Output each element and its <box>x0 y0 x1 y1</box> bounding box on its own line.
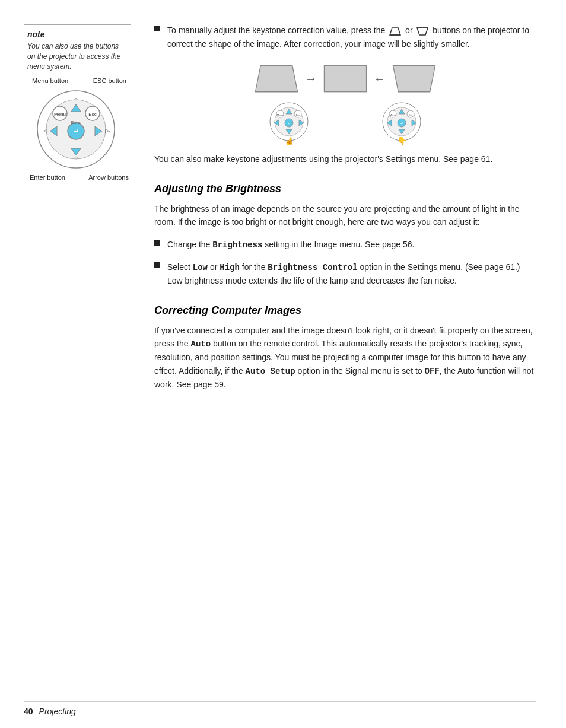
arrow-buttons-label: Arrow buttons <box>88 174 129 181</box>
section-computer-heading: Correcting Computer Images <box>154 304 536 317</box>
projector-diagram: Menu button ESC button Menu Esc <box>27 77 131 181</box>
svg-text:Menu: Menu <box>390 113 396 116</box>
svg-text:◁: ◁ <box>43 128 47 133</box>
bullet-brightness-text-1: Change the Brightness setting in the Ima… <box>167 238 414 252</box>
section-brightness-heading: Adjusting the Brightness <box>154 183 536 195</box>
svg-text:Menu: Menu <box>277 113 283 116</box>
svg-marker-24 <box>393 65 435 91</box>
section-brightness-intro: The brightness of an image depends on th… <box>154 202 536 229</box>
trapezoid-before <box>253 62 300 95</box>
bullet-keystone: To manually adjust the keystone correcti… <box>154 24 536 50</box>
diagram-labels-top: Menu button ESC button <box>27 77 131 84</box>
projector-buttons-svg: Menu Esc ↵ Enter <box>27 87 125 170</box>
svg-rect-23 <box>324 65 366 91</box>
trapezoid-after <box>390 62 438 95</box>
bullet-brightness-1: Change the Brightness setting in the Ima… <box>154 238 536 252</box>
enter-button-label: Enter button <box>30 174 65 181</box>
svg-text:Esc: Esc <box>88 112 96 117</box>
keystone-icon-2 <box>416 25 429 37</box>
arrow-left-icon: ← <box>374 72 386 85</box>
note-title: note <box>27 30 127 39</box>
svg-text:): ) <box>109 129 110 133</box>
keystone-caption: You can also make keystone adjustments u… <box>154 152 536 166</box>
mini-diagrams: Menu Esc ↵ ☝ Menu Esc <box>154 101 536 145</box>
esc-button-label: ESC button <box>93 77 126 84</box>
bullet-brightness-2: Select Low or High for the Brightness Co… <box>154 260 536 288</box>
svg-text:Esc: Esc <box>409 113 413 116</box>
section-computer-para: If you've connected a computer and the i… <box>154 324 536 392</box>
keystone-icon-1 <box>389 25 402 37</box>
mini-diagram-left: Menu Esc ↵ ☝ <box>262 101 316 145</box>
footer-section: Projecting <box>39 707 76 716</box>
svg-text:⌣: ⌣ <box>75 155 78 160</box>
footer-page-number: 40 <box>24 707 33 716</box>
arrow-right-icon: → <box>305 72 317 85</box>
svg-text:☝: ☝ <box>284 136 295 145</box>
bullet-brightness-text-2: Select Low or High for the Brightness Co… <box>167 260 536 288</box>
svg-text:Menu: Menu <box>54 112 66 117</box>
keystone-diagram: → ← <box>154 62 536 95</box>
bullet-icon-3 <box>154 262 160 268</box>
diagram-labels-bottom: Enter button Arrow buttons <box>27 174 131 181</box>
svg-text:Esc: Esc <box>296 113 300 116</box>
main-content: To manually adjust the keystone correcti… <box>142 24 536 400</box>
mini-diagram-right: Menu Esc ↵ 👇 <box>375 101 428 145</box>
sidebar: note You can also use the buttons on the… <box>24 24 142 400</box>
svg-text:Enter: Enter <box>71 120 81 125</box>
note-box: note You can also use the buttons on the… <box>24 24 131 187</box>
svg-text:👇: 👇 <box>397 136 408 145</box>
svg-marker-20 <box>417 28 428 35</box>
bullet-icon <box>154 26 160 31</box>
svg-text:⌒: ⌒ <box>74 98 78 104</box>
bullet-keystone-text: To manually adjust the keystone correcti… <box>167 24 536 50</box>
menu-button-label: Menu button <box>32 77 68 84</box>
note-text: You can also use the buttons on the proj… <box>27 42 127 71</box>
rect-corrected <box>322 62 369 95</box>
bullet-icon-2 <box>154 240 160 246</box>
footer: 40 Projecting <box>24 701 536 716</box>
svg-marker-18 <box>390 28 400 35</box>
svg-text:↵: ↵ <box>74 128 79 135</box>
svg-marker-22 <box>255 65 297 91</box>
svg-text:↵: ↵ <box>288 122 291 125</box>
svg-text:↵: ↵ <box>400 122 403 125</box>
